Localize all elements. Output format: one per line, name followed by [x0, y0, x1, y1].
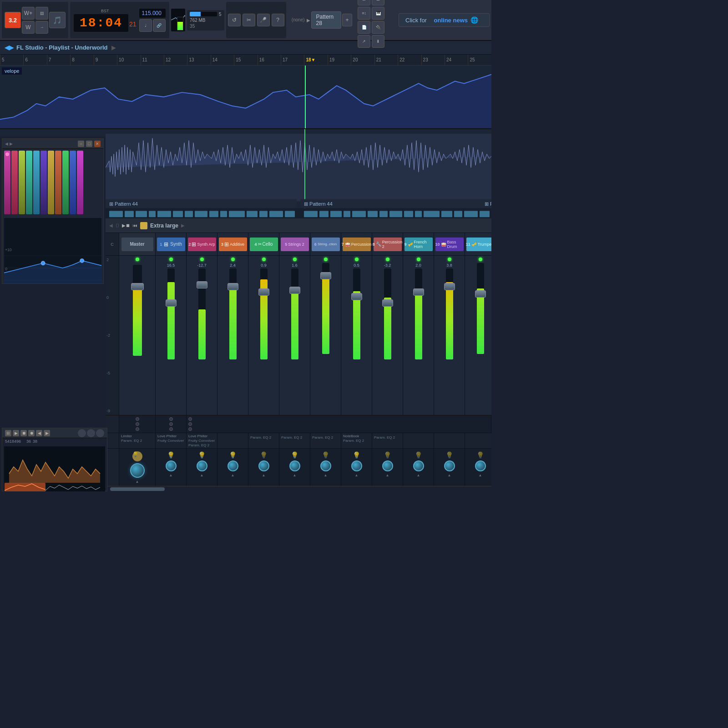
route-dot[interactable]: [169, 417, 173, 421]
toolbar-btn-3[interactable]: ▤: [35, 7, 48, 20]
ch2-send-knob[interactable]: [197, 460, 207, 471]
svg-rect-29: [352, 211, 366, 217]
master-lamp-icon[interactable]: 💡: [132, 451, 142, 461]
ch7-lamp: 💡: [353, 451, 360, 459]
ch6-fader-handle[interactable]: [320, 272, 331, 279]
route-dot[interactable]: [136, 427, 139, 431]
maximize-btn[interactable]: □: [86, 141, 92, 147]
master-fader-track[interactable]: [133, 265, 142, 356]
record-btn[interactable]: ▶⏹: [122, 223, 130, 228]
ch8-fader-track[interactable]: [384, 268, 391, 359]
playlist-area[interactable]: velope: [0, 66, 491, 129]
ch6-fader-track[interactable]: [322, 263, 329, 354]
mixer-toolbar: ◀ ⟨⟩ ▶⏹ ⏮ Extra large ▶: [106, 218, 491, 233]
minimize-btn[interactable]: –: [78, 141, 84, 147]
blp-icon-circle1[interactable]: [78, 429, 86, 437]
ch6-send-knob[interactable]: [320, 460, 331, 471]
ch11-send-knob[interactable]: [475, 460, 486, 471]
ch7-fader-handle[interactable]: [351, 293, 362, 300]
scrollbar-thumb[interactable]: [110, 487, 165, 491]
route-dot[interactable]: [169, 427, 173, 431]
ch10-fader-track[interactable]: [446, 268, 453, 359]
ch8-send-knob[interactable]: [382, 460, 393, 471]
ch10-send-knob[interactable]: [444, 460, 455, 471]
piano-btn[interactable]: 🎹: [372, 7, 384, 20]
close-btn[interactable]: ✕: [94, 141, 101, 147]
bpm-display[interactable]: 115.000: [139, 9, 166, 18]
ch2-fader-handle[interactable]: [197, 281, 207, 288]
ch3-fader-handle[interactable]: [228, 283, 238, 290]
list-btn[interactable]: ☰: [372, 0, 384, 5]
ch1-fader-track[interactable]: [167, 268, 175, 359]
blp-btn4[interactable]: ⏺: [28, 430, 35, 436]
ch2-fader-track[interactable]: [198, 268, 206, 359]
metronome-btn[interactable]: 🎵: [49, 12, 66, 28]
cut-btn[interactable]: ✂: [243, 14, 255, 26]
ch3-fader-track[interactable]: [229, 268, 237, 359]
route-dot[interactable]: [188, 427, 192, 431]
route-dot[interactable]: [188, 422, 192, 426]
pointer-btn[interactable]: ↗: [358, 35, 370, 48]
mic-btn[interactable]: 🎤: [257, 14, 270, 26]
nav-arrows-btn[interactable]: ⟨⟩: [116, 223, 119, 228]
expand-btn[interactable]: ▶: [181, 223, 185, 228]
file-btn[interactable]: 📄: [358, 21, 370, 34]
loop-btn[interactable]: ↺: [228, 14, 241, 26]
ch1-send-knob[interactable]: [166, 460, 177, 471]
ch5-fader-track[interactable]: [291, 268, 298, 359]
color-box[interactable]: [140, 222, 147, 229]
blp-icon-circle2[interactable]: [87, 429, 95, 437]
ch10-fader-handle[interactable]: [444, 283, 455, 290]
ch9-fader-handle[interactable]: [413, 288, 424, 296]
logo-button[interactable]: 3.2: [5, 12, 21, 28]
ch3-send-knob[interactable]: [228, 460, 238, 471]
blp-btn3[interactable]: ⏹: [20, 430, 27, 436]
svg-point-46: [41, 261, 45, 265]
nav-left-btn[interactable]: ◀: [109, 223, 113, 228]
ruler-mark: 23: [421, 55, 445, 65]
envelope-canvas: [0, 66, 491, 128]
mixer-scrollbar[interactable]: [106, 486, 491, 491]
ch11-fader-track[interactable]: [477, 263, 484, 354]
ch8-fader-handle[interactable]: [382, 299, 393, 307]
home-btn[interactable]: ⏮: [133, 223, 137, 228]
ch9-fader-track[interactable]: [415, 268, 422, 359]
add-pattern-btn[interactable]: +: [342, 14, 353, 26]
pitch-btn[interactable]: ♩: [139, 19, 152, 32]
plug-btn[interactable]: 🔌: [372, 21, 384, 34]
down-btn[interactable]: ⬇: [372, 35, 384, 48]
ch1-fader-handle[interactable]: [166, 299, 177, 307]
blp-icon-circle3[interactable]: [96, 429, 104, 437]
sort-btn[interactable]: ≡↕: [358, 7, 370, 20]
online-news-button[interactable]: Click for online news 🌐: [399, 13, 490, 27]
ch2-db: -12.7: [197, 263, 207, 268]
master-send-knob[interactable]: [130, 463, 145, 478]
blp-btn1[interactable]: ⊞: [5, 430, 11, 436]
ch4-fader-handle[interactable]: [258, 288, 269, 296]
ch11-fader-handle[interactable]: [475, 290, 486, 298]
ch7-send-knob[interactable]: [351, 460, 362, 471]
blp-btn2[interactable]: ▶: [13, 430, 19, 436]
toolbar-btn-1[interactable]: W+: [22, 7, 35, 20]
ch4-fader-track[interactable]: [260, 268, 268, 359]
ch8-name: Percussion 2: [382, 240, 403, 249]
route-dot[interactable]: [136, 417, 139, 421]
route-dot[interactable]: [169, 422, 173, 426]
blp-btn6[interactable]: ▶: [44, 430, 50, 436]
ch5-fader-handle[interactable]: [289, 287, 300, 294]
grid-btn[interactable]: ⊞: [358, 0, 370, 5]
ch9-send-knob[interactable]: [413, 460, 424, 471]
blp-btn5[interactable]: ◀: [36, 430, 42, 436]
ch7-fader-track[interactable]: [353, 268, 360, 359]
route-dot[interactable]: [188, 417, 192, 421]
link-btn[interactable]: 🔗: [153, 19, 166, 32]
help-btn[interactable]: ?: [272, 14, 284, 26]
ch5-send-knob[interactable]: [289, 460, 300, 471]
pattern-button[interactable]: Pattern 28: [311, 11, 341, 29]
master-fader-handle[interactable]: [131, 283, 144, 290]
toolbar-btn-2[interactable]: W: [22, 21, 35, 34]
route-dot[interactable]: [136, 422, 139, 426]
timeline-ruler[interactable]: 5 6 7 8 9 10 11 12 13 14 15 16 17 18▼ 19…: [0, 55, 491, 66]
toolbar-btn-4[interactable]: →: [35, 21, 48, 34]
ch4-send-knob[interactable]: [258, 460, 269, 471]
